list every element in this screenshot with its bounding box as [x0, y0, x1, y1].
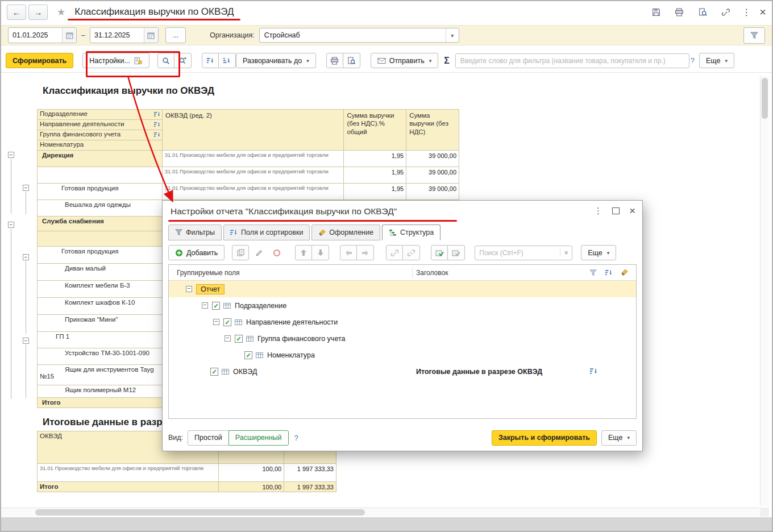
filter-settings-button[interactable] [743, 27, 765, 44]
summary-sum-cell[interactable]: 1 997 333,33 [284, 482, 336, 492]
close-window-icon[interactable]: × [759, 6, 766, 18]
header-cell-okved[interactable]: ОКВЭД (ред. 2) [163, 110, 344, 151]
link-icon[interactable] [718, 5, 733, 19]
row-pct-cell[interactable]: 1,95 [344, 151, 406, 167]
tab-appearance[interactable]: Оформление [311, 225, 380, 240]
row-label-cell[interactable] [38, 231, 163, 247]
summary-okved-cell[interactable]: Итого [38, 482, 219, 492]
column-header[interactable]: Заголовок [416, 269, 448, 277]
vertical-scrollbar[interactable] [760, 76, 769, 506]
move-right-button[interactable] [357, 245, 374, 260]
expand-to-button[interactable]: Разворачивать до▾ [236, 53, 316, 68]
structure-tree-row[interactable]: − ✓ Отчет [169, 281, 636, 297]
sort-icon[interactable] [590, 368, 597, 377]
help-button[interactable]: ? [691, 56, 695, 65]
header-cell-sum[interactable]: Сумма выручки (без НДС) [406, 110, 459, 151]
sort-icon[interactable] [154, 132, 160, 139]
header-cell-podrazdelenie[interactable]: Подразделение [38, 110, 163, 120]
summary-pct-cell[interactable]: 100,00 [219, 464, 284, 482]
preview-icon[interactable] [695, 5, 710, 19]
back-button[interactable]: ← [7, 5, 26, 20]
send-button[interactable]: Отправить▾ [371, 53, 439, 68]
row-label-cell[interactable] [38, 167, 163, 184]
favorite-star-icon[interactable]: ★ [57, 6, 65, 18]
group-collapse-button[interactable]: − [23, 338, 29, 344]
header-cell-pct[interactable]: Сумма выручки (без НДС).% общий [344, 110, 406, 151]
row-label-cell[interactable]: Устройство ТМ-30-1001-090 [38, 348, 163, 365]
column-grouped-fields[interactable]: Группируемые поля [169, 269, 239, 277]
search-next-button[interactable] [174, 53, 192, 68]
search-button[interactable] [157, 53, 174, 68]
print-icon[interactable] [672, 5, 687, 19]
settings-button[interactable]: Настройки... [82, 53, 149, 68]
expander-icon[interactable]: − [213, 319, 219, 325]
row-pct-cell[interactable]: 1,95 [344, 167, 406, 184]
header-cell-nomenklatura[interactable]: Номенклатура [38, 140, 163, 151]
expander-icon[interactable]: − [186, 286, 192, 292]
clear-search-icon[interactable]: × [560, 249, 572, 257]
sum-sigma-button[interactable]: Σ [444, 56, 450, 66]
header-cell-napravlenie[interactable]: Направление деятельности [38, 120, 163, 130]
quick-filter-input[interactable] [455, 53, 689, 68]
row-okved-cell[interactable]: 31.01 Производство мебели для офисов и п… [163, 167, 344, 184]
link-button[interactable] [386, 245, 403, 260]
close-and-generate-button[interactable]: Закрыть и сформировать [492, 430, 597, 446]
row-label-cell[interactable]: ГП 1 [38, 332, 163, 348]
more-button[interactable]: Еще▾ [699, 53, 734, 68]
checkbox[interactable]: ✓ [210, 368, 218, 376]
row-sum-cell[interactable]: 39 000,00 [406, 151, 459, 167]
row-sum-cell[interactable]: 39 000,00 [406, 184, 459, 200]
forward-button[interactable]: → [28, 5, 48, 20]
row-pct-cell[interactable]: 1,95 [344, 184, 406, 200]
uncheck-all-button[interactable] [448, 245, 465, 260]
move-left-button[interactable] [340, 245, 357, 260]
row-sum-cell[interactable]: 39 000,00 [406, 167, 459, 184]
structure-tree-row[interactable]: − ✓ Номенклатура [169, 347, 636, 363]
tab-filters[interactable]: Фильтры [168, 225, 222, 240]
row-label-cell[interactable]: Комплект мебели Б-3 [38, 281, 163, 298]
row-label-cell[interactable]: Прихожая "Мини" [38, 315, 163, 332]
group-collapse-button[interactable]: − [8, 222, 14, 228]
row-label-cell[interactable]: Диван малый [38, 264, 163, 281]
add-button[interactable]: Добавить [168, 245, 225, 260]
vertical-scrollbar-thumb[interactable] [762, 78, 768, 119]
structure-tree-row[interactable]: − ✓ Подразделение [169, 297, 636, 314]
checkbox[interactable]: ✓ [212, 302, 220, 310]
funnel-icon[interactable] [589, 269, 597, 276]
group-fields-button[interactable] [232, 245, 249, 260]
print-preview-button[interactable] [343, 53, 360, 68]
help-button[interactable]: ? [294, 434, 298, 442]
dialog-close-icon[interactable]: × [629, 205, 635, 216]
summary-okved-cell[interactable]: 31.01 Производство мебели для офисов и п… [38, 464, 219, 482]
dialog-more-button[interactable]: Еще▾ [601, 430, 637, 446]
structure-tree-row[interactable]: − ✓ ОКВЭД Итоговые данные в разрезе ОКВЭ… [169, 363, 636, 380]
dialog-maximize-icon[interactable] [612, 207, 620, 214]
row-label-cell[interactable]: Готовая продукция [38, 247, 163, 264]
dialog-kebab-menu-icon[interactable]: ⋮ [594, 206, 602, 216]
delete-button[interactable] [269, 246, 284, 260]
horizontal-scrollbar-thumb[interactable] [35, 509, 365, 516]
check-all-button[interactable] [431, 245, 448, 260]
period-options-button[interactable]: ... [165, 27, 186, 43]
view-advanced-button[interactable]: Расширенный [228, 430, 289, 446]
row-label-cell[interactable]: Дирекция [38, 151, 163, 167]
sort-icon[interactable] [154, 122, 160, 129]
checkbox[interactable]: ✓ [223, 318, 231, 326]
row-label-cell[interactable]: Служба снабжения [38, 217, 163, 231]
group-collapse-button[interactable]: − [23, 185, 29, 191]
unlink-button[interactable] [403, 245, 420, 260]
sort-asc-button[interactable] [202, 53, 219, 68]
row-label-cell[interactable]: Ящик полимерный М12 [38, 385, 163, 398]
generate-button[interactable]: Сформировать [6, 53, 73, 68]
sort-icon[interactable] [605, 269, 612, 276]
sort-desc-button[interactable] [219, 53, 236, 68]
structure-tree-row[interactable]: − ✓ Направление деятельности [169, 314, 636, 330]
row-label-cell[interactable]: Вешалка для одежды [38, 200, 163, 217]
structure-tree-row[interactable]: − ✓ Группа финансового учета [169, 330, 636, 347]
horizontal-scrollbar[interactable] [1, 508, 759, 517]
expander-icon[interactable]: − [225, 335, 231, 342]
row-okved-cell[interactable]: 31.01 Производство мебели для офисов и п… [163, 151, 344, 167]
row-label-cell[interactable]: Готовая продукция [38, 184, 163, 200]
edit-button[interactable] [252, 246, 267, 260]
move-down-button[interactable] [312, 245, 329, 260]
